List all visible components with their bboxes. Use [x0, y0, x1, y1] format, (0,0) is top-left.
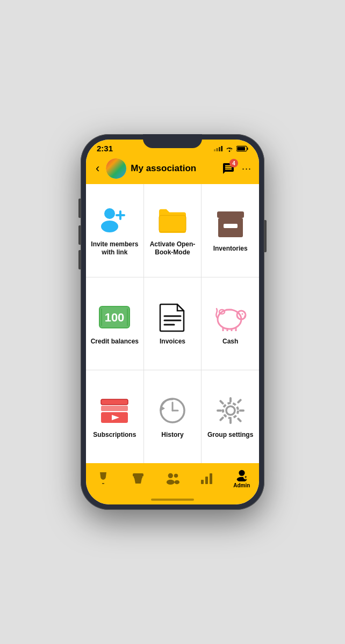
admin-icon: e: [235, 467, 249, 481]
stats-icon: [200, 471, 214, 485]
svg-rect-0: [214, 149, 215, 151]
video-icon: [98, 394, 131, 427]
svg-point-42: [226, 406, 235, 415]
credit-label: Credit balances: [91, 338, 139, 346]
home-indicator: [86, 495, 259, 504]
svg-text:e: e: [245, 475, 247, 479]
svg-point-8: [101, 221, 118, 232]
page-title: My association: [131, 163, 216, 174]
invoice-icon: [156, 301, 189, 333]
notch: [143, 134, 202, 148]
invite-label: Invite members with link: [90, 240, 139, 257]
chat-button[interactable]: 4: [220, 160, 236, 177]
phone-frame: 2:31: [81, 134, 264, 510]
more-button[interactable]: ···: [242, 163, 251, 174]
svg-point-46: [168, 473, 173, 478]
svg-point-53: [239, 470, 245, 476]
svg-rect-15: [224, 224, 238, 228]
bottom-nav: e Admin: [86, 463, 259, 495]
svg-marker-41: [161, 406, 165, 411]
svg-rect-2: [219, 147, 220, 151]
archive-icon: [214, 208, 247, 240]
status-icons: [214, 145, 248, 152]
add-user-icon: [98, 204, 131, 236]
grid-item-history[interactable]: History: [144, 370, 202, 463]
svg-rect-45: [134, 477, 142, 478]
grid-item-credit[interactable]: 100 Credit balances: [86, 277, 143, 370]
svg-rect-37: [101, 406, 128, 411]
nav-item-drinks[interactable]: [90, 471, 117, 485]
svg-text:100: 100: [105, 311, 125, 324]
history-label: History: [161, 431, 183, 440]
svg-point-48: [174, 473, 178, 477]
grid-container: Invite members with link Activate Open-B…: [86, 184, 259, 463]
grid-item-cash[interactable]: Cash: [202, 277, 259, 370]
invoices-label: Invoices: [160, 338, 185, 346]
phone-screen: 2:31: [86, 140, 259, 504]
gear-icon: [214, 394, 247, 427]
svg-rect-50: [201, 480, 204, 484]
back-button[interactable]: ‹: [94, 160, 102, 177]
grid-item-subscriptions[interactable]: Subscriptions: [86, 370, 143, 463]
svg-rect-51: [205, 477, 208, 484]
svg-rect-44: [133, 473, 143, 477]
signal-icon: [214, 146, 222, 151]
status-time: 2:31: [97, 144, 113, 153]
nav-item-admin[interactable]: e Admin: [228, 467, 255, 488]
svg-point-47: [167, 479, 175, 484]
openbook-label: Activate Open-Book-Mode: [148, 240, 197, 257]
svg-rect-13: [217, 211, 244, 218]
svg-point-49: [175, 480, 179, 484]
subscriptions-label: Subscriptions: [93, 431, 136, 440]
settings-label: Group settings: [207, 431, 253, 440]
members-icon: [166, 471, 179, 485]
svg-point-43: [223, 403, 238, 418]
svg-rect-3: [221, 146, 223, 151]
grid-item-invoices[interactable]: Invoices: [144, 277, 202, 370]
home-bar: [151, 499, 194, 501]
piggy-icon: [214, 301, 247, 333]
wifi-icon: [225, 145, 234, 152]
folder-icon: [156, 204, 189, 236]
svg-rect-5: [247, 147, 248, 150]
battery-icon: [236, 145, 248, 152]
nav-item-food[interactable]: [125, 471, 152, 485]
admin-label: Admin: [233, 482, 250, 488]
svg-point-7: [104, 208, 115, 219]
svg-rect-35: [101, 399, 128, 405]
svg-rect-52: [210, 473, 212, 484]
drink-icon: [96, 471, 110, 485]
svg-point-30: [245, 316, 246, 317]
notification-badge: 4: [229, 159, 238, 167]
inventories-label: Inventories: [213, 245, 248, 253]
grid-item-inventories[interactable]: Inventories: [202, 184, 259, 277]
svg-point-29: [244, 316, 245, 317]
header-icons: 4 ···: [220, 160, 251, 177]
credit-icon: 100: [98, 301, 131, 333]
nav-item-members[interactable]: [159, 471, 186, 485]
grid-item-openbook[interactable]: Activate Open-Book-Mode: [144, 184, 202, 277]
svg-point-28: [241, 313, 243, 315]
svg-rect-6: [237, 147, 245, 150]
grid-item-invite[interactable]: Invite members with link: [86, 184, 143, 277]
svg-rect-1: [217, 148, 218, 151]
avatar: [106, 158, 126, 179]
grid-item-settings[interactable]: Group settings: [202, 370, 259, 463]
history-icon: [156, 394, 189, 427]
cash-label: Cash: [222, 338, 238, 346]
header: ‹ My association 4 ···: [86, 155, 259, 184]
svg-rect-12: [159, 215, 186, 232]
nav-item-stats[interactable]: [193, 471, 220, 485]
food-icon: [131, 471, 145, 485]
